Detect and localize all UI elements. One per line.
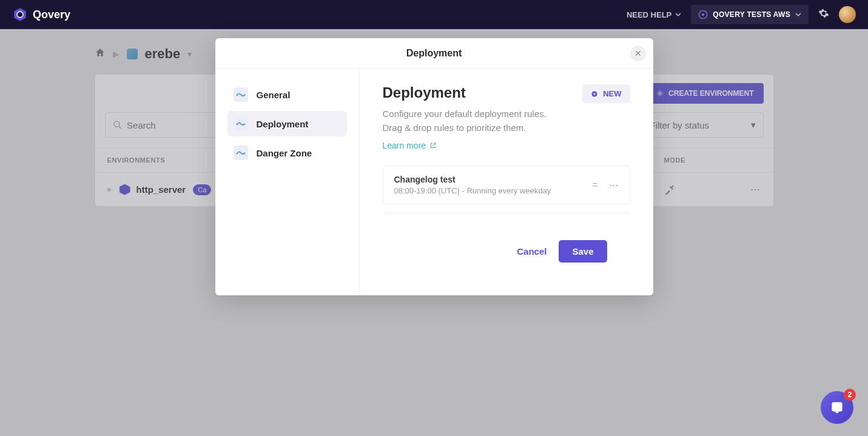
- sidebar-item-label: Deployment: [257, 119, 309, 129]
- rule-title: Changelog test: [394, 175, 593, 184]
- brand-name: Qovery: [33, 8, 70, 21]
- org-label: QOVERY TESTS AWS: [713, 10, 790, 19]
- notification-badge: 2: [844, 389, 856, 401]
- modal-header: Deployment ✕: [215, 38, 653, 69]
- settings-button[interactable]: [818, 8, 829, 21]
- sidebar-item-general[interactable]: General: [227, 82, 347, 107]
- sidebar-item-label: General: [257, 90, 291, 100]
- new-rule-label: NEW: [603, 89, 621, 98]
- danger-icon: [234, 146, 248, 160]
- rule-more-button[interactable]: ⋯: [609, 179, 619, 191]
- content-description-1: Configure your default deployment rules.: [383, 107, 547, 121]
- external-link-icon: [429, 142, 437, 149]
- settings-modal: Deployment ✕ General Deployment Danger Z…: [215, 38, 653, 295]
- deployment-rule-card[interactable]: Changelog test 08:00-19:00 (UTC) - Runni…: [383, 166, 630, 204]
- close-button[interactable]: ✕: [630, 45, 646, 61]
- plus-circle-icon: [591, 90, 598, 98]
- general-icon: [234, 87, 248, 102]
- header-right: NEED HELP QOVERY TESTS AWS: [627, 5, 856, 24]
- cancel-button[interactable]: Cancel: [517, 246, 547, 257]
- modal-title: Deployment: [406, 48, 462, 59]
- content-description-2: Drag & drop rules to prioritize them.: [383, 121, 547, 135]
- sidebar-item-deployment[interactable]: Deployment: [227, 111, 347, 136]
- chevron-down-icon: [675, 12, 681, 18]
- gear-icon: [818, 8, 829, 19]
- new-rule-button[interactable]: NEW: [582, 84, 630, 103]
- organization-switcher[interactable]: QOVERY TESTS AWS: [691, 5, 809, 24]
- sidebar-item-danger-zone[interactable]: Danger Zone: [227, 140, 347, 166]
- svg-rect-8: [832, 402, 842, 411]
- qovery-logo-icon: [12, 7, 28, 22]
- sidebar-item-label: Danger Zone: [257, 148, 312, 158]
- save-button[interactable]: Save: [559, 240, 607, 263]
- learn-more-label: Learn more: [383, 141, 426, 150]
- content-title: Deployment: [383, 84, 547, 101]
- modal-sidebar: General Deployment Danger Zone: [215, 69, 360, 295]
- chat-icon: [829, 400, 845, 415]
- need-help-label: NEED HELP: [627, 10, 671, 19]
- intercom-launcher[interactable]: 2: [821, 391, 853, 424]
- modal-footer: Cancel Save: [383, 240, 630, 280]
- modal-content: Deployment Configure your default deploy…: [360, 69, 653, 295]
- user-avatar[interactable]: [839, 6, 856, 23]
- close-icon: ✕: [634, 49, 642, 58]
- chevron-down-icon: [795, 12, 801, 18]
- learn-more-link[interactable]: Learn more: [383, 141, 437, 150]
- brand-area[interactable]: Qovery: [12, 7, 70, 22]
- org-icon: [698, 10, 708, 19]
- deployment-icon: [234, 116, 248, 131]
- svg-point-4: [702, 13, 704, 16]
- top-header: Qovery NEED HELP QOVERY TESTS AWS: [0, 0, 868, 29]
- drag-handle-icon[interactable]: =: [592, 179, 596, 190]
- need-help-button[interactable]: NEED HELP: [627, 10, 681, 19]
- rule-schedule: 08:00-19:00 (UTC) - Running every weekda…: [394, 186, 593, 195]
